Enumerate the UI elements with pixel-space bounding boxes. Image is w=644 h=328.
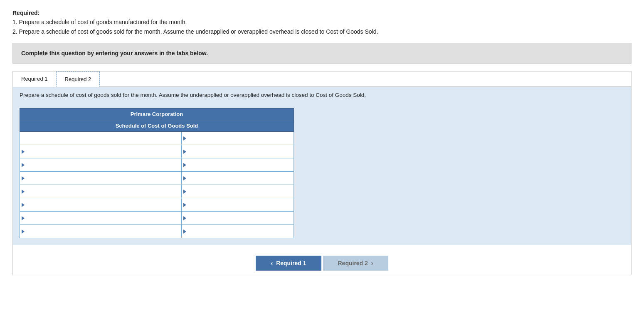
value-cell[interactable] <box>182 145 294 158</box>
value-arrow-icon <box>183 190 186 194</box>
table-row <box>20 225 294 238</box>
required-item2: 2. Prepare a schedule of cost of goods s… <box>12 28 378 35</box>
value-cell[interactable] <box>182 198 294 212</box>
table-row <box>20 132 294 145</box>
complete-box-text: Complete this question by entering your … <box>21 50 208 57</box>
value-cell[interactable] <box>182 172 294 185</box>
tab-description: Prepare a schedule of cost of goods sold… <box>13 87 631 104</box>
label-cell[interactable] <box>20 158 182 172</box>
value-arrow-icon <box>183 176 186 180</box>
table-row <box>20 212 294 225</box>
table-row <box>20 145 294 158</box>
label-cell[interactable] <box>20 225 182 238</box>
value-cell[interactable] <box>182 225 294 238</box>
forward-button-label: Required 2 <box>338 260 368 266</box>
back-button[interactable]: ‹ Required 1 <box>256 256 321 271</box>
chevron-right-icon: › <box>371 260 373 266</box>
label-cell[interactable] <box>20 212 182 225</box>
label-cell[interactable] <box>20 198 182 212</box>
table-row <box>20 185 294 198</box>
tabs-header: Required 1 Required 2 <box>13 72 631 87</box>
value-arrow-icon <box>183 229 186 234</box>
required-section: Required: 1. Prepare a schedule of cost … <box>12 8 632 36</box>
label-cell[interactable] <box>20 132 182 145</box>
value-cell[interactable] <box>182 132 294 145</box>
table-row <box>20 198 294 212</box>
header-company-row: Primare Corporation <box>20 109 294 120</box>
required-item1: 1. Prepare a schedule of cost of goods m… <box>12 19 187 25</box>
arrow-icon <box>22 163 25 167</box>
schedule-title: Schedule of Cost of Goods Sold <box>20 120 294 132</box>
label-cell[interactable] <box>20 172 182 185</box>
value-arrow-icon <box>183 163 186 167</box>
complete-box: Complete this question by entering your … <box>12 43 632 64</box>
forward-button[interactable]: Required 2 › <box>323 256 388 271</box>
tabs-container: Required 1 Required 2 Prepare a schedule… <box>12 71 632 275</box>
value-arrow-icon <box>183 150 186 154</box>
required-heading: Required: 1. Prepare a schedule of cost … <box>12 8 632 36</box>
arrow-icon <box>22 176 25 180</box>
arrow-icon <box>22 203 25 207</box>
nav-buttons: ‹ Required 1 Required 2 › <box>13 252 631 275</box>
arrow-icon <box>22 190 25 194</box>
label-cell[interactable] <box>20 185 182 198</box>
value-arrow-icon <box>183 203 186 207</box>
table-row <box>20 172 294 185</box>
schedule-table: Primare Corporation Schedule of Cost of … <box>20 108 294 238</box>
value-cell[interactable] <box>182 158 294 172</box>
arrow-icon <box>22 229 25 234</box>
back-button-label: Required 1 <box>276 260 306 266</box>
schedule-table-wrapper: Primare Corporation Schedule of Cost of … <box>13 104 631 245</box>
label-cell[interactable] <box>20 145 182 158</box>
chevron-left-icon: ‹ <box>271 260 273 266</box>
tab-required2[interactable]: Required 2 <box>56 72 100 87</box>
table-row <box>20 158 294 172</box>
value-arrow-icon <box>183 216 186 220</box>
arrow-icon <box>22 150 25 154</box>
value-arrow-icon <box>183 136 186 141</box>
value-cell[interactable] <box>182 212 294 225</box>
header-title-row: Schedule of Cost of Goods Sold <box>20 120 294 132</box>
value-cell[interactable] <box>182 185 294 198</box>
company-name: Primare Corporation <box>20 109 294 120</box>
arrow-icon <box>22 216 25 220</box>
tab-required1[interactable]: Required 1 <box>13 72 56 87</box>
